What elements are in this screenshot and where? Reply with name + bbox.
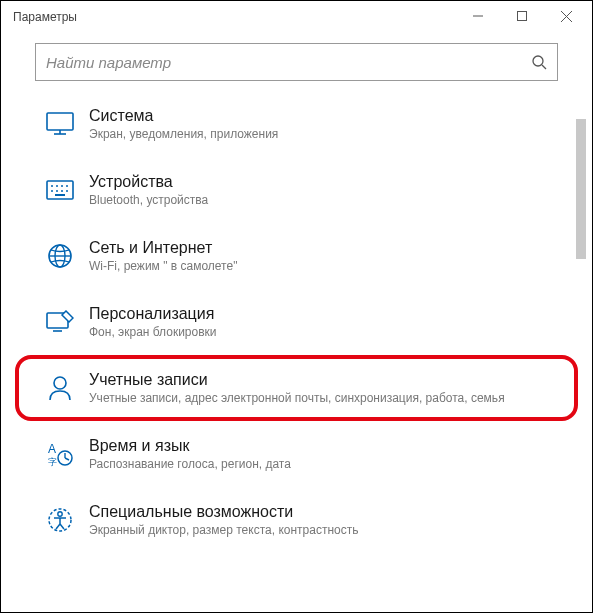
svg-point-17	[66, 190, 68, 192]
categories-list: Система Экран, уведомления, приложения У…	[1, 83, 592, 553]
svg-line-5	[542, 65, 546, 69]
person-icon	[45, 373, 75, 403]
svg-point-15	[56, 190, 58, 192]
svg-point-16	[61, 190, 63, 192]
svg-line-35	[60, 524, 64, 529]
category-title: Система	[89, 107, 572, 125]
window-title: Параметры	[13, 10, 77, 24]
display-icon	[45, 109, 75, 139]
svg-rect-18	[55, 194, 65, 196]
category-time-language[interactable]: A字 Время и язык Распознавание голоса, ре…	[1, 421, 592, 487]
personalization-icon	[45, 307, 75, 337]
search-box[interactable]	[35, 43, 558, 81]
scrollbar-thumb[interactable]	[576, 119, 586, 259]
keyboard-icon	[45, 175, 75, 205]
svg-rect-1	[518, 12, 527, 21]
category-title: Устройства	[89, 173, 572, 191]
category-text: Устройства Bluetooth, устройства	[89, 173, 572, 207]
svg-point-4	[533, 56, 543, 66]
close-button[interactable]	[544, 1, 588, 31]
svg-point-24	[54, 377, 66, 389]
category-text: Специальные возможности Экранный диктор,…	[89, 503, 572, 537]
svg-text:字: 字	[48, 457, 57, 467]
category-title: Учетные записи	[89, 371, 568, 389]
ease-of-access-icon	[45, 505, 75, 535]
category-text: Время и язык Распознавание голоса, регио…	[89, 437, 572, 471]
category-desc: Учетные записи, адрес электронной почты,…	[89, 391, 568, 405]
svg-point-10	[51, 185, 53, 187]
svg-point-11	[56, 185, 58, 187]
category-system[interactable]: Система Экран, уведомления, приложения	[1, 91, 592, 157]
category-text: Сеть и Интернет Wi-Fi, режим " в самолет…	[89, 239, 572, 273]
globe-icon	[45, 241, 75, 271]
search-icon	[531, 54, 547, 70]
svg-point-12	[61, 185, 63, 187]
svg-rect-6	[47, 113, 73, 130]
category-title: Персонализация	[89, 305, 572, 323]
category-desc: Экран, уведомления, приложения	[89, 127, 572, 141]
category-desc: Bluetooth, устройства	[89, 193, 572, 207]
category-desc: Фон, экран блокировки	[89, 325, 572, 339]
category-text: Персонализация Фон, экран блокировки	[89, 305, 572, 339]
category-title: Специальные возможности	[89, 503, 572, 521]
svg-rect-9	[47, 181, 73, 199]
minimize-button[interactable]	[456, 1, 500, 31]
svg-line-28	[65, 458, 69, 460]
search-container	[1, 33, 592, 83]
category-text: Учетные записи Учетные записи, адрес эле…	[89, 371, 568, 405]
svg-point-14	[51, 190, 53, 192]
category-desc: Wi-Fi, режим " в самолете"	[89, 259, 572, 273]
category-desc: Распознавание голоса, регион, дата	[89, 457, 572, 471]
svg-text:A: A	[48, 442, 56, 456]
maximize-button[interactable]	[500, 1, 544, 31]
svg-point-31	[58, 512, 62, 516]
search-input[interactable]	[46, 54, 531, 71]
category-text: Система Экран, уведомления, приложения	[89, 107, 572, 141]
category-desc: Экранный диктор, размер текста, контраст…	[89, 523, 572, 537]
svg-point-13	[66, 185, 68, 187]
category-accounts[interactable]: Учетные записи Учетные записи, адрес эле…	[15, 355, 578, 421]
category-personalization[interactable]: Персонализация Фон, экран блокировки	[1, 289, 592, 355]
category-devices[interactable]: Устройства Bluetooth, устройства	[1, 157, 592, 223]
window-controls	[456, 1, 588, 31]
category-ease-of-access[interactable]: Специальные возможности Экранный диктор,…	[1, 487, 592, 553]
svg-line-34	[56, 524, 60, 529]
time-language-icon: A字	[45, 439, 75, 469]
category-title: Сеть и Интернет	[89, 239, 572, 257]
category-network[interactable]: Сеть и Интернет Wi-Fi, режим " в самолет…	[1, 223, 592, 289]
category-title: Время и язык	[89, 437, 572, 455]
